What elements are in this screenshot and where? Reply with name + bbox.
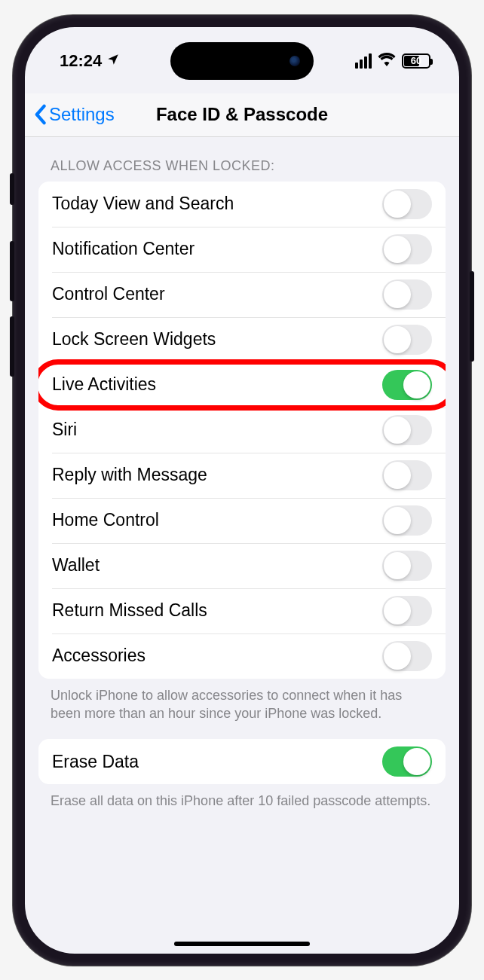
settings-row: Reply with Message bbox=[38, 453, 446, 498]
settings-row: Return Missed Calls bbox=[38, 588, 446, 633]
battery-icon: 60 bbox=[402, 53, 430, 69]
toggle-accessories[interactable] bbox=[382, 641, 432, 671]
settings-row: Live Activities bbox=[38, 362, 446, 408]
settings-row: Accessories bbox=[38, 633, 446, 679]
side-button-vol-up bbox=[10, 241, 14, 301]
front-camera bbox=[289, 56, 300, 66]
toggle-erase-data[interactable] bbox=[382, 746, 432, 777]
row-label: Home Control bbox=[52, 510, 159, 530]
settings-row: Notification Center bbox=[38, 227, 446, 272]
settings-group-allow-access: Today View and SearchNotification Center… bbox=[38, 182, 446, 679]
row-label: Return Missed Calls bbox=[52, 600, 207, 621]
toggle-control-center[interactable] bbox=[382, 279, 432, 310]
settings-row: Today View and Search bbox=[38, 182, 446, 227]
toggle-knob bbox=[403, 748, 430, 775]
toggle-knob bbox=[384, 236, 411, 263]
chevron-left-icon bbox=[32, 104, 47, 125]
toggle-knob bbox=[384, 552, 411, 579]
side-button-power bbox=[470, 271, 474, 362]
toggle-lock-screen-widgets[interactable] bbox=[382, 325, 432, 355]
dynamic-island bbox=[170, 42, 314, 80]
toggle-knob bbox=[384, 462, 411, 489]
settings-row: Wallet bbox=[38, 543, 446, 588]
toggle-today-view[interactable] bbox=[382, 189, 432, 219]
toggle-knob bbox=[384, 326, 411, 353]
toggle-siri[interactable] bbox=[382, 415, 432, 445]
toggle-knob bbox=[384, 643, 411, 670]
row-label: Live Activities bbox=[52, 374, 156, 395]
row-label: Wallet bbox=[52, 555, 100, 575]
toggle-home-control[interactable] bbox=[382, 505, 432, 536]
row-label: Reply with Message bbox=[52, 465, 207, 485]
toggle-notification-center[interactable] bbox=[382, 234, 432, 264]
toggle-knob bbox=[384, 417, 411, 444]
toggle-knob bbox=[384, 191, 411, 218]
row-label: Siri bbox=[52, 420, 77, 440]
toggle-return-missed-calls[interactable] bbox=[382, 596, 432, 626]
row-label: Control Center bbox=[52, 284, 165, 304]
row-label: Lock Screen Widgets bbox=[52, 329, 216, 350]
battery-level: 60 bbox=[411, 55, 421, 66]
toggle-knob bbox=[384, 507, 411, 534]
section-header-allow-access: ALLOW ACCESS WHEN LOCKED: bbox=[38, 137, 446, 182]
side-button-vol-down bbox=[10, 316, 14, 377]
settings-row: Home Control bbox=[38, 498, 446, 543]
back-label: Settings bbox=[49, 104, 115, 125]
row-label: Erase Data bbox=[52, 752, 139, 772]
settings-group-erase: Erase Data bbox=[38, 739, 446, 784]
settings-row: Lock Screen Widgets bbox=[38, 317, 446, 362]
phone-frame: 12:24 60 bbox=[13, 15, 471, 966]
toggle-knob bbox=[403, 371, 430, 398]
nav-header: Settings Face ID & Passcode bbox=[25, 93, 459, 137]
row-label: Accessories bbox=[52, 646, 146, 666]
settings-row: Siri bbox=[38, 408, 446, 453]
back-button[interactable]: Settings bbox=[25, 104, 115, 125]
row-label: Today View and Search bbox=[52, 194, 234, 214]
row-label: Notification Center bbox=[52, 239, 195, 259]
toggle-reply-message[interactable] bbox=[382, 460, 432, 490]
home-indicator bbox=[174, 942, 310, 946]
toggle-wallet[interactable] bbox=[382, 551, 432, 581]
toggle-knob bbox=[384, 597, 411, 624]
wifi-icon bbox=[378, 51, 396, 71]
footer-accessories: Unlock iPhone to allow accessories to co… bbox=[38, 679, 446, 740]
location-icon bbox=[106, 51, 120, 71]
status-time: 12:24 bbox=[60, 51, 102, 71]
toggle-live-activities[interactable] bbox=[382, 370, 432, 400]
footer-erase: Erase all data on this iPhone after 10 f… bbox=[38, 784, 446, 826]
screen: 12:24 60 bbox=[25, 27, 459, 954]
side-button-silent bbox=[10, 173, 14, 205]
settings-row: Erase Data bbox=[38, 739, 446, 784]
cellular-icon bbox=[355, 53, 372, 69]
toggle-knob bbox=[384, 281, 411, 308]
settings-row: Control Center bbox=[38, 272, 446, 317]
